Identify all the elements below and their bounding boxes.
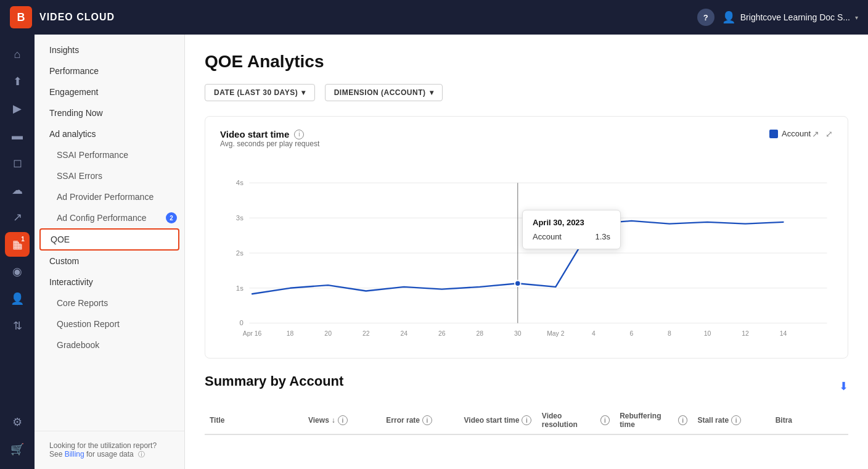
sidebar-item-ssai-errors[interactable]: SSAI Errors bbox=[35, 165, 184, 186]
sidebar-item-question-report[interactable]: Question Report bbox=[35, 313, 184, 334]
analytics-badge: 1 bbox=[17, 233, 28, 244]
video-start-time-chart-card: Video start time i Avg. seconds per play… bbox=[205, 116, 848, 359]
user-icon: 👤 bbox=[722, 10, 735, 24]
chart-title-section: Video start time i Avg. seconds per play… bbox=[220, 129, 319, 158]
svg-text:4s: 4s bbox=[236, 179, 244, 186]
chart-info-icon[interactable]: i bbox=[294, 130, 304, 139]
chart-subtitle: Avg. seconds per play request bbox=[220, 139, 319, 148]
chart-expand-button[interactable]: ⤢ bbox=[825, 129, 833, 139]
sidebar: Insights Performance Engagement Trending… bbox=[35, 35, 185, 469]
device-icon[interactable]: ◻ bbox=[5, 151, 30, 175]
sidebar-item-ad-provider-performance[interactable]: Ad Provider Performance bbox=[35, 186, 184, 207]
svg-text:22: 22 bbox=[362, 330, 370, 337]
video-resolution-info-icon[interactable]: i bbox=[600, 415, 610, 425]
sidebar-item-engagement[interactable]: Engagement bbox=[35, 81, 184, 102]
sidebar-item-ad-config-performance[interactable]: Ad Config Performance 2 bbox=[35, 207, 184, 228]
cart-icon[interactable]: 🛒 bbox=[5, 437, 30, 462]
chart-title-row: Video start time i bbox=[220, 129, 319, 139]
stall-rate-info-icon[interactable]: i bbox=[731, 415, 741, 425]
svg-text:12: 12 bbox=[742, 330, 749, 337]
chart-svg: 4s 3s 2s 1s 0 Apr 16 18 20 22 24 26 bbox=[220, 160, 833, 346]
chart-svg-wrapper: 4s 3s 2s 1s 0 Apr 16 18 20 22 24 26 bbox=[220, 160, 833, 348]
sidebar-item-ad-analytics[interactable]: Ad analytics bbox=[35, 123, 184, 144]
date-filter-button[interactable]: DATE (LAST 30 DAYS) ▾ bbox=[205, 84, 315, 101]
col-rebuffering-time: Rebuffering time i bbox=[615, 412, 692, 429]
filter-bar: DATE (LAST 30 DAYS) ▾ DIMENSION (ACCOUNT… bbox=[205, 84, 848, 101]
svg-text:26: 26 bbox=[438, 330, 446, 337]
settings-icon[interactable]: ⚙ bbox=[5, 410, 30, 434]
date-filter-chevron-icon: ▾ bbox=[301, 88, 306, 97]
transfer-icon[interactable]: ⇅ bbox=[5, 313, 30, 338]
analytics-icon[interactable]: ▦ 1 bbox=[5, 232, 30, 257]
chart-header: Video start time i Avg. seconds per play… bbox=[220, 129, 833, 158]
legend-color-box bbox=[769, 130, 778, 138]
video-start-time-info-icon[interactable]: i bbox=[522, 415, 531, 425]
sidebar-item-qoe[interactable]: QOE bbox=[39, 228, 179, 251]
sidebar-item-custom[interactable]: Custom bbox=[35, 251, 184, 272]
sidebar-item-performance[interactable]: Performance bbox=[35, 60, 184, 81]
help-button[interactable]: ? bbox=[697, 9, 714, 26]
brand-name: VIDEO CLOUD bbox=[39, 12, 690, 23]
page-title: QOE Analytics bbox=[205, 52, 848, 72]
svg-point-11 bbox=[515, 280, 520, 286]
date-filter-label: DATE (LAST 30 DAYS) bbox=[214, 88, 298, 97]
rebuffering-time-info-icon[interactable]: i bbox=[678, 415, 687, 425]
views-info-icon[interactable]: i bbox=[338, 415, 348, 425]
summary-table-header: Title Views ↓ i Error rate i Video start… bbox=[205, 407, 848, 435]
svg-text:10: 10 bbox=[704, 330, 711, 337]
sidebar-item-interactivity[interactable]: Interactivity bbox=[35, 272, 184, 293]
svg-text:May 2: May 2 bbox=[547, 330, 565, 337]
cloud-icon[interactable]: ☁ bbox=[5, 178, 30, 202]
svg-text:20: 20 bbox=[324, 330, 332, 337]
sidebar-item-core-reports[interactable]: Core Reports bbox=[35, 293, 184, 313]
billing-link[interactable]: Billing bbox=[65, 450, 84, 459]
sidebar-item-trending-now[interactable]: Trending Now bbox=[35, 102, 184, 123]
summary-title: Summary by Account bbox=[205, 373, 343, 389]
user-menu[interactable]: 👤 Brightcove Learning Doc S... ▾ bbox=[722, 10, 858, 24]
chart-export-button[interactable]: ↗ bbox=[812, 129, 819, 139]
col-bitrate: Bitra bbox=[771, 412, 848, 429]
svg-text:14: 14 bbox=[780, 330, 787, 337]
dimension-filter-label: DIMENSION (ACCOUNT) bbox=[334, 88, 426, 97]
sidebar-item-gradebook[interactable]: Gradebook bbox=[35, 334, 184, 355]
globe-icon[interactable]: ◉ bbox=[5, 259, 30, 284]
svg-text:2s: 2s bbox=[236, 249, 244, 257]
svg-text:3s: 3s bbox=[236, 214, 244, 222]
svg-text:4: 4 bbox=[592, 330, 596, 337]
error-rate-info-icon[interactable]: i bbox=[422, 415, 432, 425]
channel-icon[interactable]: ▬ bbox=[5, 123, 30, 148]
svg-text:Apr 16: Apr 16 bbox=[243, 330, 262, 337]
top-navigation: B VIDEO CLOUD ? 👤 Brightcove Learning Do… bbox=[0, 0, 868, 35]
icon-rail: ⌂ ⬆ ▶ ▬ ◻ ☁ ↗ ▦ 1 ◉ 👤 ⇅ ⚙ 🛒 bbox=[0, 35, 35, 469]
col-stall-rate: Stall rate i bbox=[692, 412, 770, 429]
legend-label: Account bbox=[782, 129, 811, 138]
col-error-rate: Error rate i bbox=[381, 412, 459, 429]
main-content: QOE Analytics DATE (LAST 30 DAYS) ▾ DIME… bbox=[185, 35, 868, 469]
svg-text:30: 30 bbox=[514, 330, 522, 337]
svg-text:6: 6 bbox=[630, 330, 634, 337]
dimension-filter-chevron-icon: ▾ bbox=[430, 88, 434, 97]
svg-text:0: 0 bbox=[240, 319, 244, 326]
upload-icon[interactable]: ⬆ bbox=[5, 69, 30, 94]
col-title: Title bbox=[205, 412, 303, 429]
summary-download-button[interactable]: ⬇ bbox=[839, 380, 848, 393]
sidebar-item-ssai-performance[interactable]: SSAI Performance bbox=[35, 144, 184, 165]
col-video-resolution: Video resolution i bbox=[537, 412, 615, 429]
home-icon[interactable]: ⌂ bbox=[5, 42, 30, 67]
sidebar-item-insights[interactable]: Insights bbox=[35, 39, 184, 60]
sidebar-footer: Looking for the utilization report? See … bbox=[35, 431, 184, 469]
chart-legend: Account bbox=[769, 129, 811, 138]
topnav-right-section: ? 👤 Brightcove Learning Doc S... ▾ bbox=[697, 9, 858, 26]
users-icon[interactable]: 👤 bbox=[5, 286, 30, 311]
video-icon[interactable]: ▶ bbox=[5, 96, 30, 121]
svg-text:8: 8 bbox=[668, 330, 671, 337]
views-sort-icon: ↓ bbox=[332, 416, 335, 425]
brand-logo: B bbox=[10, 6, 32, 28]
ad-config-badge: 2 bbox=[166, 212, 177, 223]
share-icon[interactable]: ↗ bbox=[5, 205, 30, 230]
col-video-start-time: Video start time i bbox=[459, 412, 537, 429]
footer-info-icon: ⓘ bbox=[138, 450, 145, 458]
dimension-filter-button[interactable]: DIMENSION (ACCOUNT) ▾ bbox=[325, 84, 443, 101]
svg-text:24: 24 bbox=[400, 330, 407, 337]
user-chevron-icon: ▾ bbox=[855, 14, 858, 21]
